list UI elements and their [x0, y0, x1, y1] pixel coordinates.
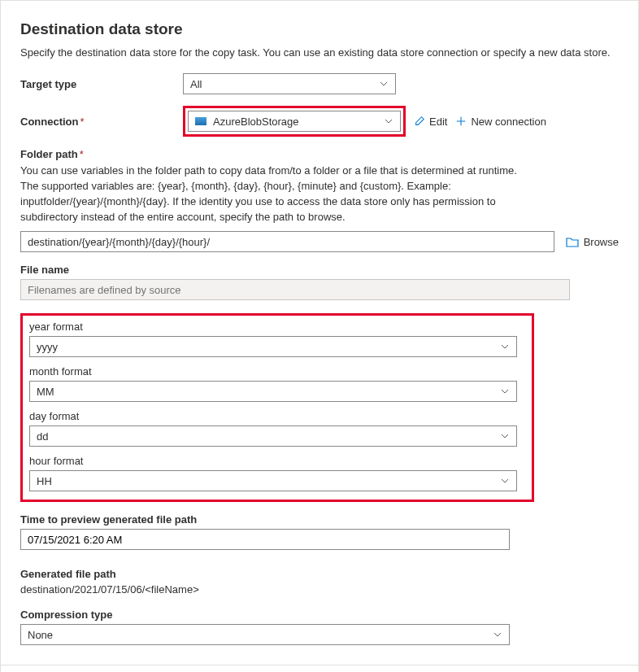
file-name-label: File name	[20, 264, 619, 276]
wizard-footer: Previous Next	[1, 665, 638, 672]
generated-path-label: Generated file path	[20, 568, 619, 580]
folder-path-label: Folder path*	[20, 148, 619, 160]
year-format-row: year format yyyy	[29, 321, 525, 357]
plus-icon	[455, 116, 467, 127]
formats-highlight: year format yyyy month format MM day for…	[20, 313, 534, 502]
pencil-icon	[414, 116, 425, 127]
day-format-label: day format	[29, 410, 525, 422]
preview-time-input[interactable]	[20, 529, 510, 550]
target-type-label: Target type	[20, 78, 183, 90]
browse-button[interactable]: Browse	[566, 236, 619, 248]
chevron-down-icon	[493, 630, 502, 639]
chevron-down-icon	[379, 79, 389, 89]
file-name-input	[20, 279, 570, 300]
hour-format-label: hour format	[29, 455, 525, 467]
day-format-dropdown[interactable]: dd	[29, 425, 517, 447]
edit-connection-button[interactable]: Edit	[414, 116, 447, 128]
folder-path-row: Browse	[20, 231, 619, 252]
connection-value: AzureBlobStorage	[213, 116, 299, 128]
chevron-down-icon	[500, 431, 510, 441]
destination-data-store-panel: Destination data store Specify the desti…	[0, 0, 639, 672]
connection-row: Connection* AzureBlobStorage Edit New co…	[20, 106, 619, 137]
folder-icon	[566, 236, 579, 247]
month-format-row: month format MM	[29, 365, 525, 402]
connection-label: Connection*	[20, 116, 183, 128]
target-type-row: Target type All	[20, 73, 619, 94]
day-format-row: day format dd	[29, 410, 525, 447]
preview-time-label: Time to preview generated file path	[20, 513, 619, 526]
hour-format-dropdown[interactable]: HH	[29, 470, 517, 491]
generated-path-value: destination/2021/07/15/06/<fileName>	[20, 583, 619, 596]
target-type-dropdown[interactable]: All	[183, 73, 396, 94]
year-format-dropdown[interactable]: yyyy	[29, 336, 517, 357]
hour-format-row: hour format HH	[29, 455, 525, 491]
folder-path-input[interactable]	[20, 231, 554, 252]
page-title: Destination data store	[20, 20, 619, 38]
new-connection-button[interactable]: New connection	[455, 116, 546, 128]
connection-dropdown[interactable]: AzureBlobStorage	[188, 111, 401, 132]
connection-highlight: AzureBlobStorage	[183, 106, 406, 137]
chevron-down-icon	[500, 476, 510, 486]
chevron-down-icon	[500, 342, 510, 351]
folder-path-help: You can use variables in the folder path…	[20, 164, 524, 225]
chevron-down-icon	[384, 116, 393, 126]
month-format-label: month format	[29, 365, 525, 377]
required-asterisk: *	[80, 116, 85, 128]
year-format-label: year format	[29, 321, 525, 333]
compression-dropdown[interactable]: None	[20, 624, 510, 645]
page-subtitle: Specify the destination data store for t…	[20, 46, 619, 59]
blob-storage-icon	[195, 117, 206, 125]
target-type-value: All	[190, 78, 202, 90]
month-format-dropdown[interactable]: MM	[29, 381, 517, 402]
required-asterisk: *	[80, 148, 84, 160]
chevron-down-icon	[500, 386, 510, 396]
compression-label: Compression type	[20, 609, 619, 621]
